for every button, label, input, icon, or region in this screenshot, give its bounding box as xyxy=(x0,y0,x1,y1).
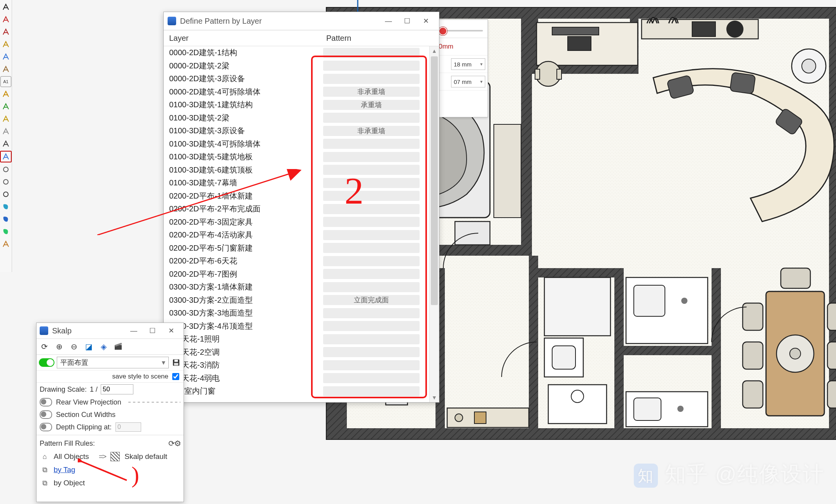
tool-pushpull[interactable] xyxy=(0,64,11,75)
tool-rectangle[interactable] xyxy=(0,51,11,62)
window-titlebar[interactable]: Define Pattern by Layer — ☐ ✕ xyxy=(164,12,439,30)
pattern-cell[interactable] xyxy=(323,282,420,292)
pattern-cell[interactable] xyxy=(323,152,420,162)
pattern-cell[interactable]: 非承重墙 xyxy=(323,87,420,97)
save-style-checkbox[interactable] xyxy=(172,373,179,380)
define-pattern-by-layer-window[interactable]: Define Pattern by Layer — ☐ ✕ Layer Patt… xyxy=(163,12,439,403)
style-dropdown[interactable]: 平面布置 xyxy=(57,357,169,368)
tool-paint[interactable] xyxy=(0,151,12,162)
scrollbar[interactable]: ▲ ▼ xyxy=(429,46,439,402)
layer-row[interactable]: 0200-2D平布-5门窗新建 xyxy=(164,242,430,255)
pattern-cell[interactable] xyxy=(323,269,420,279)
layer-pattern-list[interactable]: 0000-2D建筑-1结构0000-2D建筑-2梁0000-2D建筑-3原设备0… xyxy=(164,46,430,402)
remove-button[interactable]: ⊖ xyxy=(68,341,79,352)
minimize-button[interactable]: — xyxy=(379,15,398,27)
pattern-cell[interactable] xyxy=(323,230,420,240)
layer-row[interactable]: -3D-室内门窗 xyxy=(164,385,430,398)
pattern-cell[interactable] xyxy=(323,139,420,149)
rear-view-toggle[interactable] xyxy=(40,398,52,406)
minimize-button[interactable]: — xyxy=(124,324,143,337)
scroll-up-button[interactable]: ▲ xyxy=(430,46,439,56)
pattern-cell[interactable] xyxy=(323,347,420,357)
layer-row[interactable]: 0300-3D方案-2立面造型立面完成面 xyxy=(164,294,430,307)
layer-row[interactable]: 0100-3D建筑-6建筑顶板 xyxy=(164,164,430,177)
layer-row[interactable]: 0100-3D建筑-7幕墙 xyxy=(164,176,430,190)
pattern-cell[interactable] xyxy=(323,243,420,253)
layer-row[interactable]: 0100-3D建筑-1建筑结构承重墙 xyxy=(164,98,430,112)
layer-row[interactable]: 0200-2D平布-6天花 xyxy=(164,255,430,268)
tool-pan[interactable] xyxy=(0,176,11,187)
close-button[interactable]: ✕ xyxy=(162,324,180,337)
layer-row[interactable]: 0100-3D建筑-2梁 xyxy=(164,112,430,125)
tool-move[interactable] xyxy=(0,89,11,99)
rule-by-object[interactable]: ⧉ by Object xyxy=(37,476,184,490)
layer-row[interactable]: 0200-2D平布-1墙体新建 xyxy=(164,190,430,203)
pattern-cell[interactable]: 承重墙 xyxy=(323,100,420,110)
tool-line[interactable] xyxy=(0,26,11,37)
layer-row[interactable]: 0000-2D建筑-2梁 xyxy=(164,59,430,73)
pattern-cell[interactable]: 非承重墙 xyxy=(323,126,420,136)
pattern-cell[interactable]: 立面完成面 xyxy=(323,295,420,305)
layer-row[interactable]: 0200-2D平布-2平布完成面 xyxy=(164,202,430,216)
tool-select[interactable] xyxy=(0,2,11,12)
pattern-cell[interactable] xyxy=(323,217,420,227)
maximize-button[interactable]: ☐ xyxy=(143,324,162,337)
tool-eraser[interactable] xyxy=(0,14,11,25)
pattern-cell[interactable] xyxy=(323,334,420,344)
layer-row[interactable]: 0000-2D建筑-3原设备 xyxy=(164,72,430,85)
layer-row[interactable]: -3D天花-1照明 xyxy=(164,333,430,346)
tool-text[interactable] xyxy=(0,138,11,149)
tool-scale[interactable] xyxy=(0,113,11,124)
layer-row[interactable]: 0100-3D建筑-3原设备非承重墙 xyxy=(164,124,430,138)
layer-row[interactable]: 0100-3D建筑-5建筑地板 xyxy=(164,150,430,164)
pattern-cell[interactable] xyxy=(323,204,420,214)
rule-all-objects[interactable]: ⌂ All Objects => Skalp default xyxy=(37,450,184,463)
pattern-cell[interactable] xyxy=(323,256,420,266)
layer-row[interactable]: 0000-2D建筑-4可拆除墙体非承重墙 xyxy=(164,85,430,99)
layer-row[interactable]: 0100-3D建筑-4可拆除墙体 xyxy=(164,138,430,151)
save-style-button[interactable] xyxy=(171,358,181,368)
pattern-cell[interactable] xyxy=(323,321,420,331)
pattern-cell[interactable] xyxy=(323,178,420,188)
pattern-cell[interactable] xyxy=(323,113,420,123)
line-width-select[interactable]: 07 mm xyxy=(451,76,485,87)
layer-row[interactable]: 0200-2D平布-7图例 xyxy=(164,268,430,281)
tool-style3[interactable] xyxy=(0,226,11,237)
pattern-cell[interactable] xyxy=(323,74,420,84)
refresh-button[interactable]: ⟳ xyxy=(39,341,50,352)
pattern-cell[interactable] xyxy=(323,360,420,370)
tool-style2[interactable] xyxy=(0,214,11,225)
column-header-pattern[interactable]: Pattern xyxy=(326,34,439,43)
tool-tape[interactable] xyxy=(0,126,11,137)
tool-arc[interactable] xyxy=(0,39,11,50)
scroll-down-button[interactable]: ▼ xyxy=(430,393,439,402)
slate-button[interactable] xyxy=(113,341,124,352)
layer-row[interactable]: -3D天花-4弱电 xyxy=(164,372,430,385)
maximize-button[interactable]: ☐ xyxy=(398,15,416,27)
rule-by-tag[interactable]: ⧉ by Tag xyxy=(37,463,184,476)
layer-row[interactable]: 0000-2D建筑-1结构 xyxy=(164,46,430,59)
pattern-cell[interactable] xyxy=(323,61,420,71)
pattern-cell[interactable] xyxy=(323,386,420,396)
layer-row[interactable]: 0300-3D方案-1墙体新建 xyxy=(164,281,430,294)
style-square-button[interactable]: ◪ xyxy=(83,341,94,352)
close-button[interactable]: ✕ xyxy=(416,15,435,27)
tool-orbit[interactable] xyxy=(0,164,11,175)
pattern-cell[interactable] xyxy=(323,48,420,58)
drawing-scale-input[interactable] xyxy=(101,384,133,394)
pattern-cell[interactable] xyxy=(323,373,420,383)
skalp-enable-toggle[interactable] xyxy=(39,358,54,367)
skalp-titlebar[interactable]: Skalp — ☐ ✕ xyxy=(37,323,184,338)
layer-row[interactable]: -3D天花-3消防 xyxy=(164,359,430,372)
pattern-cell[interactable] xyxy=(323,165,420,175)
tool-zoom[interactable] xyxy=(0,189,11,200)
layer-row[interactable]: 0300-3D方案-3地面造型 xyxy=(164,307,430,320)
pattern-cell[interactable] xyxy=(323,308,420,318)
depth-clip-toggle[interactable] xyxy=(40,423,52,431)
add-button[interactable]: ⊕ xyxy=(54,341,65,352)
layer-row[interactable]: 0300-3D方案-4吊顶造型 xyxy=(164,320,430,333)
column-header-layer[interactable]: Layer xyxy=(164,34,326,43)
scroll-thumb[interactable] xyxy=(431,56,438,305)
pattern-settings-button[interactable]: ⟳⚙ xyxy=(168,439,180,448)
pattern-cell[interactable] xyxy=(323,191,420,201)
